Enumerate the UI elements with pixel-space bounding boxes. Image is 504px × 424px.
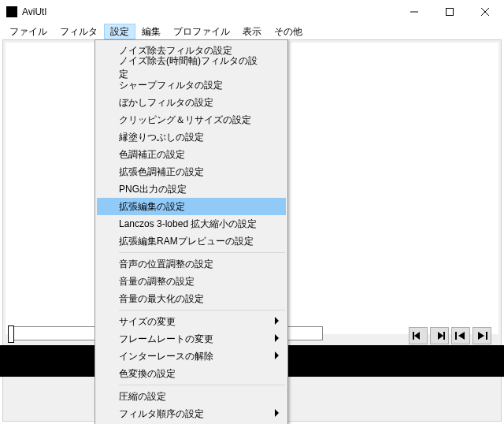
menu-item[interactable]: フィルタ順序の設定 (97, 405, 286, 422)
svg-rect-5 (413, 332, 414, 340)
menu-filter[interactable]: フィルタ (54, 24, 104, 39)
menu-item[interactable]: 音声の位置調整の設定 (97, 255, 286, 273)
menu-item-label: シャープフィルタの設定 (119, 79, 223, 92)
menu-item-label: 色変換の設定 (119, 367, 176, 381)
menu-item-label: 音量の最大化の設定 (119, 292, 204, 306)
menu-settings[interactable]: 設定 (104, 24, 135, 39)
svg-rect-8 (455, 332, 457, 340)
menu-item[interactable]: シャープフィルタの設定 (97, 76, 286, 94)
menu-item-label: クリッピング＆リサイズの設定 (119, 113, 251, 127)
menu-item-label: 色調補正の設定 (119, 148, 185, 162)
menu-item-label: フレームレートの変更 (119, 333, 213, 346)
menu-item-label: 音量の調整の設定 (119, 275, 195, 288)
menu-item[interactable]: ぼかしフィルタの設定 (97, 94, 286, 111)
menu-edit[interactable]: 編集 (135, 24, 167, 39)
timeline-handle[interactable] (8, 325, 14, 343)
menu-item[interactable]: 圧縮の設定 (97, 388, 286, 405)
menu-item[interactable]: フレームレートの変更 (97, 330, 286, 348)
menu-item[interactable]: クリッピング＆リサイズの設定 (97, 111, 286, 128)
menu-item-label: ぼかしフィルタの設定 (119, 96, 213, 110)
svg-marker-12 (275, 317, 279, 325)
svg-marker-10 (478, 332, 484, 340)
menu-file[interactable]: ファイル (3, 24, 54, 39)
svg-marker-4 (414, 332, 420, 340)
step-forward-icon (434, 331, 445, 340)
menubar: ファイル フィルタ 設定 編集 プロファイル 表示 その他 (0, 24, 504, 39)
window-controls (396, 1, 502, 23)
menu-item-label: フィルタ順序の設定 (119, 407, 204, 421)
menu-item-label: 拡張編集の設定 (119, 200, 185, 214)
step-back-icon (413, 331, 424, 340)
menu-item[interactable]: ノイズ除去(時間軸)フィルタの設定 (97, 59, 286, 76)
menu-item[interactable]: 音量の最大化の設定 (97, 290, 286, 307)
svg-marker-9 (458, 332, 465, 340)
menu-view[interactable]: 表示 (236, 24, 268, 39)
svg-rect-1 (446, 9, 453, 16)
svg-marker-6 (438, 332, 443, 340)
go-end-button[interactable] (472, 327, 491, 344)
window-title: AviUtl (22, 6, 46, 17)
svg-rect-7 (443, 332, 445, 340)
chevron-right-icon (275, 408, 280, 419)
menu-separator (119, 385, 285, 385)
menu-item[interactable]: 音量の調整の設定 (97, 273, 286, 290)
menu-item[interactable]: Lanczos 3-lobed 拡大縮小の設定 (97, 215, 286, 232)
close-button[interactable] (467, 1, 502, 23)
menu-item[interactable]: インターレースの解除 (97, 348, 286, 365)
svg-rect-11 (486, 332, 487, 340)
go-start-icon (455, 331, 466, 340)
minimize-icon (410, 8, 418, 16)
menu-item-label: 圧縮の設定 (119, 390, 166, 404)
svg-marker-13 (275, 334, 279, 342)
menu-item[interactable]: 拡張編集の設定 (97, 198, 286, 215)
menu-item-label: 音声の位置調整の設定 (119, 258, 213, 271)
menu-other[interactable]: その他 (268, 24, 309, 39)
go-start-button[interactable] (451, 327, 470, 344)
menu-item[interactable]: PNG出力の設定 (97, 180, 286, 198)
menu-item-label: インターレースの解除 (119, 350, 213, 363)
maximize-button[interactable] (432, 1, 467, 23)
svg-marker-14 (275, 351, 279, 359)
next-frame-button[interactable] (430, 327, 449, 344)
menu-profile[interactable]: プロファイル (167, 24, 236, 39)
menu-separator (119, 310, 285, 311)
chevron-right-icon (275, 333, 280, 344)
minimize-button[interactable] (396, 1, 432, 23)
menu-item-label: 拡張色調補正の設定 (119, 166, 204, 179)
menu-item[interactable]: 拡張編集RAMプレビューの設定 (97, 232, 286, 250)
app-icon (6, 6, 17, 17)
settings-dropdown: ノイズ除去フィルタの設定ノイズ除去(時間軸)フィルタの設定シャープフィルタの設定… (94, 39, 288, 424)
menu-item[interactable]: 縁塗りつぶしの設定 (97, 128, 286, 146)
close-icon (481, 8, 489, 16)
svg-marker-15 (275, 409, 279, 417)
titlebar: AviUtl (0, 0, 504, 24)
chevron-right-icon (275, 316, 280, 327)
menu-item[interactable]: 色調補正の設定 (97, 146, 286, 163)
menu-item[interactable]: 拡張色調補正の設定 (97, 163, 286, 180)
menu-item-label: 縁塗りつぶしの設定 (119, 131, 204, 144)
menu-item-label: サイズの変更 (119, 315, 176, 329)
menu-item-label: 拡張編集RAMプレビューの設定 (119, 235, 254, 248)
menu-item[interactable]: 色変換の設定 (97, 365, 286, 382)
maximize-icon (446, 8, 454, 16)
menu-separator (119, 252, 285, 253)
transport-controls (409, 327, 491, 344)
prev-frame-button[interactable] (409, 327, 428, 344)
go-end-icon (476, 331, 487, 340)
menu-item-label: PNG出力の設定 (119, 183, 187, 196)
chevron-right-icon (275, 351, 280, 362)
menu-item[interactable]: サイズの変更 (97, 313, 286, 330)
menu-item-label: Lanczos 3-lobed 拡大縮小の設定 (119, 218, 257, 231)
